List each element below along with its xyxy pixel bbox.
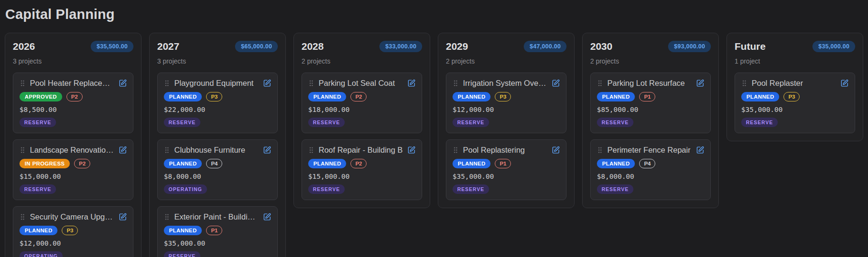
- edit-button[interactable]: [696, 79, 704, 87]
- status-badge: PLANNED: [453, 159, 491, 168]
- edit-pencil-icon: [840, 79, 849, 87]
- priority-badge: P2: [74, 159, 90, 168]
- fund-badge: OPERATING: [164, 184, 207, 194]
- drag-handle-icon[interactable]: [308, 80, 314, 87]
- priority-badge: P4: [206, 159, 222, 168]
- status-badge: PLANNED: [164, 226, 202, 235]
- fund-badge: RESERVE: [164, 118, 200, 127]
- edit-button[interactable]: [407, 146, 415, 154]
- edit-button[interactable]: [119, 146, 127, 154]
- edit-pencil-icon: [119, 146, 127, 154]
- column-budget-badge: $47,000.00: [524, 41, 566, 52]
- edit-button[interactable]: [263, 146, 271, 154]
- card-title-row: Pool Replaster: [741, 79, 849, 88]
- badge-row: PLANNED P1: [164, 226, 271, 235]
- column-title: 2028: [302, 41, 324, 52]
- card-amount: $22,000.00: [164, 106, 271, 113]
- year-column: 2029 $47,000.00 2 projects Irrigation Sy…: [438, 33, 575, 208]
- card-amount: $15,000.00: [19, 173, 127, 180]
- card-title-row: Pool Heater Replacement: [19, 79, 127, 88]
- badge-row: PLANNED P2: [308, 159, 415, 168]
- status-badge: IN PROGRESS: [19, 159, 70, 168]
- card-amount: $8,500.00: [19, 106, 127, 113]
- card-title-row: Exterior Paint - Building A: [164, 212, 271, 221]
- drag-handle-icon[interactable]: [308, 147, 314, 154]
- year-column: 2028 $33,000.00 2 projects Parking Lot S…: [293, 33, 430, 208]
- drag-handle-icon[interactable]: [19, 80, 26, 87]
- edit-pencil-icon: [263, 146, 271, 154]
- drag-handle-icon[interactable]: [453, 80, 459, 87]
- column-project-count: 2 projects: [590, 57, 711, 65]
- project-card[interactable]: Security Camera Upgrade PLANNED P3 $12,0…: [13, 206, 133, 257]
- drag-handle-icon[interactable]: [164, 213, 170, 220]
- project-card[interactable]: Pool Replastering PLANNED P1 $35,000.00 …: [446, 139, 566, 200]
- column-title: Future: [735, 41, 765, 52]
- page-title: Capital Planning: [5, 7, 863, 22]
- edit-button[interactable]: [840, 79, 849, 87]
- card-title-row: Landscape Renovation - Pha...: [19, 146, 127, 155]
- project-card[interactable]: Irrigation System Overhaul PLANNED P3 $1…: [446, 73, 566, 133]
- edit-button[interactable]: [552, 79, 560, 87]
- project-card[interactable]: Pool Replaster PLANNED P3 $35,000.00 RES…: [735, 73, 855, 133]
- drag-handle-icon[interactable]: [453, 147, 459, 154]
- board: 2026 $35,500.00 3 projects Pool Heater R…: [5, 33, 863, 257]
- drag-handle-icon[interactable]: [164, 147, 170, 154]
- drag-handle-icon[interactable]: [19, 147, 26, 154]
- column-header: 2028 $33,000.00: [302, 41, 422, 52]
- card-title: Clubhouse Furniture: [174, 146, 245, 155]
- project-card[interactable]: Roof Repair - Building B PLANNED P2 $15,…: [302, 139, 422, 200]
- edit-button[interactable]: [119, 79, 127, 87]
- priority-badge: P3: [206, 92, 222, 101]
- card-title-row: Irrigation System Overhaul: [453, 79, 560, 88]
- priority-badge: P2: [350, 159, 367, 168]
- column-project-count: 2 projects: [446, 57, 566, 65]
- edit-button[interactable]: [696, 146, 704, 154]
- project-card[interactable]: Parking Lot Resurface PLANNED P1 $85,000…: [590, 73, 711, 133]
- column-project-count: 3 projects: [13, 57, 133, 65]
- drag-handle-icon[interactable]: [164, 80, 170, 87]
- project-card[interactable]: Parking Lot Seal Coat PLANNED P2 $18,000…: [302, 73, 422, 133]
- card-title: Parking Lot Resurface: [607, 79, 685, 88]
- status-badge: PLANNED: [597, 159, 635, 168]
- column-budget-badge: $93,000.00: [668, 41, 711, 52]
- edit-button[interactable]: [407, 79, 415, 87]
- edit-button[interactable]: [119, 213, 127, 221]
- priority-badge: P2: [350, 92, 367, 101]
- status-badge: PLANNED: [453, 92, 491, 101]
- card-list: Parking Lot Seal Coat PLANNED P2 $18,000…: [302, 73, 422, 200]
- card-title-row: Security Camera Upgrade: [19, 212, 127, 221]
- edit-button[interactable]: [552, 146, 560, 154]
- drag-handle-icon[interactable]: [597, 80, 603, 87]
- column-budget-badge: $35,500.00: [91, 41, 133, 52]
- column-budget-badge: $33,000.00: [379, 41, 422, 52]
- fund-badge: RESERVE: [597, 184, 633, 194]
- card-title: Parking Lot Seal Coat: [319, 79, 395, 88]
- column-header: 2030 $93,000.00: [590, 41, 711, 52]
- project-card[interactable]: Landscape Renovation - Pha... IN PROGRES…: [13, 139, 133, 200]
- project-card[interactable]: Exterior Paint - Building A PLANNED P1 $…: [157, 206, 278, 257]
- project-card[interactable]: Perimeter Fence Repair PLANNED P4 $8,000…: [590, 139, 711, 200]
- drag-handle-icon[interactable]: [597, 147, 603, 154]
- project-card[interactable]: Pool Heater Replacement APPROVED P2 $8,5…: [13, 73, 133, 133]
- project-card[interactable]: Playground Equipment PLANNED P3 $22,000.…: [157, 73, 278, 133]
- drag-handle-icon[interactable]: [741, 80, 747, 87]
- edit-button[interactable]: [263, 213, 271, 221]
- priority-badge: P1: [495, 159, 511, 168]
- card-title: Security Camera Upgrade: [30, 212, 114, 221]
- edit-pencil-icon: [263, 213, 271, 221]
- column-header: 2029 $47,000.00: [446, 41, 566, 52]
- edit-button[interactable]: [263, 79, 271, 87]
- card-title: Pool Replastering: [463, 146, 525, 155]
- status-badge: PLANNED: [741, 92, 779, 101]
- card-amount: $8,000.00: [597, 173, 704, 180]
- column-project-count: 3 projects: [157, 57, 278, 65]
- status-badge: PLANNED: [597, 92, 635, 101]
- card-title: Pool Replaster: [752, 79, 803, 88]
- status-badge: PLANNED: [164, 159, 202, 168]
- year-column: 2026 $35,500.00 3 projects Pool Heater R…: [5, 33, 142, 257]
- fund-badge: RESERVE: [453, 118, 489, 127]
- project-card[interactable]: Clubhouse Furniture PLANNED P4 $8,000.00…: [157, 139, 278, 200]
- card-title: Landscape Renovation - Pha...: [30, 146, 114, 155]
- drag-handle-icon[interactable]: [19, 213, 26, 220]
- column-project-count: 2 projects: [302, 57, 422, 65]
